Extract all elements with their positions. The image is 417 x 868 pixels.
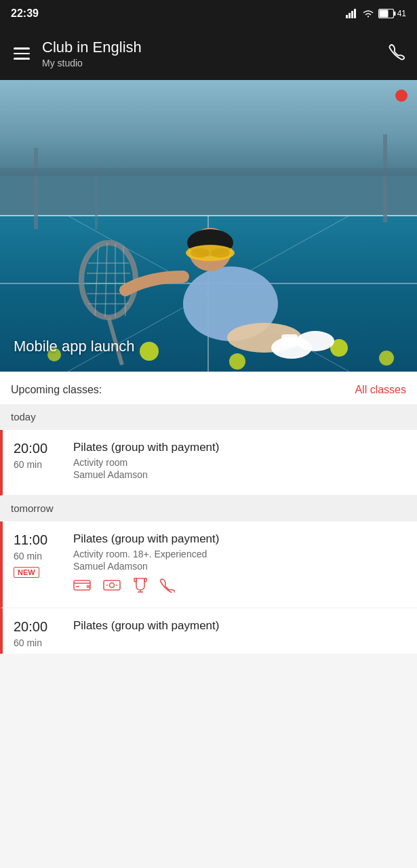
day-section-tomorrow: tomorrow: [0, 496, 417, 521]
card-payment-icon[interactable]: [73, 578, 91, 595]
svg-rect-17: [95, 168, 98, 229]
class-instructor-2: Samuel Adamson: [73, 561, 406, 572]
classes-header: Upcoming classes: All classes: [0, 372, 417, 404]
hero-banner: Mobile app launch: [0, 80, 417, 372]
cash-icon[interactable]: [103, 578, 121, 595]
class-item-tomorrow-2[interactable]: 20:00 60 min Pilates (group with payment…: [0, 608, 417, 654]
svg-rect-15: [34, 148, 38, 229]
svg-rect-1: [349, 13, 351, 18]
class-instructor: Samuel Adamson: [73, 469, 406, 480]
phone-call-icon[interactable]: [160, 578, 175, 596]
status-time: 22:39: [11, 7, 39, 20]
class-time-block: 20:00 60 min: [14, 441, 68, 484]
svg-rect-0: [346, 15, 348, 18]
svg-rect-50: [104, 580, 120, 590]
svg-rect-8: [0, 80, 417, 216]
class-name: Pilates (group with payment): [73, 441, 406, 454]
svg-rect-2: [351, 11, 353, 18]
battery-icon: 41: [378, 9, 406, 18]
class-time-2: 11:00: [14, 532, 68, 548]
class-info: Pilates (group with payment) Activity ro…: [68, 441, 406, 484]
status-icons: 41: [346, 9, 406, 18]
hamburger-line-1: [14, 47, 30, 50]
top-bar: Club in English My studio: [0, 27, 417, 80]
class-name-2: Pilates (group with payment): [73, 532, 406, 546]
class-time: 20:00: [14, 441, 68, 456]
hero-background: [0, 80, 417, 372]
class-room-2: Activity room. 18+. Experienced: [73, 549, 406, 559]
svg-point-28: [191, 248, 210, 258]
class-duration-2: 60 min: [14, 551, 68, 561]
all-classes-link[interactable]: All classes: [355, 384, 406, 396]
status-bar: 22:39 41: [0, 0, 417, 27]
day-label-today: today: [11, 411, 36, 422]
svg-point-29: [211, 248, 230, 258]
day-section-today: today: [0, 404, 417, 430]
svg-point-22: [379, 351, 394, 366]
svg-point-32: [296, 331, 334, 351]
call-button[interactable]: [389, 43, 406, 64]
hamburger-line-2: [14, 53, 30, 55]
app-subtitle: My studio: [42, 58, 142, 68]
svg-point-19: [140, 342, 159, 361]
svg-point-4: [368, 16, 369, 18]
trophy-icon[interactable]: [133, 577, 148, 597]
class-info-2: Pilates (group with payment) Activity ro…: [68, 532, 406, 597]
svg-rect-45: [74, 580, 90, 590]
svg-rect-3: [354, 9, 356, 18]
top-bar-left: Club in English My studio: [11, 39, 142, 68]
class-name-3: Pilates (group with payment): [73, 619, 406, 633]
svg-rect-6: [393, 12, 395, 16]
signal-icon: [346, 9, 358, 18]
upcoming-classes-label: Upcoming classes:: [11, 384, 102, 396]
class-time-block-3: 20:00 60 min: [14, 619, 68, 648]
class-actions: [73, 577, 406, 597]
class-item-today-1[interactable]: 20:00 60 min Pilates (group with payment…: [0, 430, 417, 496]
app-title: Club in English: [42, 39, 142, 56]
svg-rect-18: [0, 168, 417, 176]
class-info-3: Pilates (group with payment): [68, 619, 406, 648]
svg-rect-16: [383, 134, 387, 222]
svg-point-51: [110, 583, 115, 588]
class-time-block-2: 11:00 60 min NEW: [14, 532, 68, 597]
notification-badge[interactable]: [395, 90, 408, 102]
content-area: Upcoming classes: All classes today 20:0…: [0, 372, 417, 654]
class-room: Activity room: [73, 457, 406, 468]
new-badge: NEW: [14, 567, 39, 578]
hamburger-line-3: [14, 58, 30, 60]
class-time-3: 20:00: [14, 619, 68, 635]
top-bar-title-block: Club in English My studio: [42, 39, 142, 68]
svg-point-20: [229, 353, 245, 370]
svg-rect-7: [379, 10, 388, 18]
menu-button[interactable]: [11, 45, 33, 62]
svg-rect-33: [281, 334, 298, 347]
class-duration-3: 60 min: [14, 637, 68, 648]
day-label-tomorrow: tomorrow: [11, 502, 54, 514]
hero-caption: Mobile app launch: [14, 338, 135, 355]
class-duration: 60 min: [14, 459, 68, 470]
class-item-tomorrow-1[interactable]: 11:00 60 min NEW Pilates (group with pay…: [0, 521, 417, 608]
wifi-icon: [362, 9, 374, 18]
